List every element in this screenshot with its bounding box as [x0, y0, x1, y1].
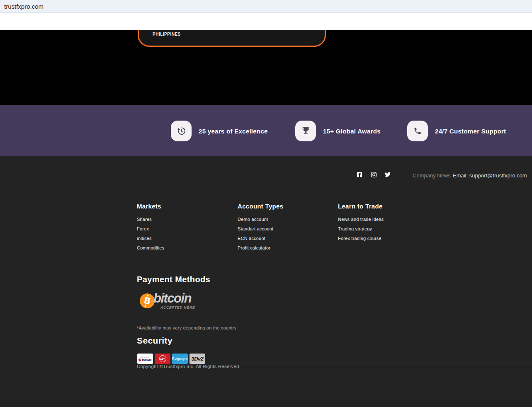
threedv2-badge: 3Dv2 [189, 354, 205, 364]
digisigner-icon: D [172, 357, 174, 360]
facebook-icon[interactable] [356, 171, 363, 178]
link-trading-strategy[interactable]: Trading strategy [338, 226, 433, 232]
social-row [356, 171, 391, 178]
thawte-badge: Secured by thawte [137, 354, 153, 364]
threedv2-label: 3Dv2 [191, 356, 203, 362]
browser-topbar: trustfxpro.com [0, 0, 532, 13]
link-forex-trading-course[interactable]: Forex trading course [338, 236, 433, 241]
history-icon [171, 121, 192, 141]
digisigner-label-bold: Digi [175, 357, 180, 360]
support-email-link[interactable]: Email: support@trustfxpro.com [453, 172, 527, 179]
footer: Company News Email: support@trustfxpro.c… [0, 156, 532, 407]
footer-column-account-types: Account Types Demo account Standart acco… [238, 203, 333, 255]
column-title: Markets [137, 203, 232, 210]
feature-excellence: 25 years of Excellence [171, 121, 268, 141]
feature-support: 24/7 Customer Support [407, 121, 506, 141]
link-forex[interactable]: Forex [137, 226, 232, 232]
country-label: PHILIPPINES [153, 32, 181, 36]
footer-divider [226, 367, 532, 367]
white-strip [0, 13, 532, 30]
hero-section: PHILIPPINES [0, 30, 532, 105]
availability-note: *Availability may vary depending on the … [137, 325, 236, 330]
footer-column-markets: Markets Shares Forex indices Commodities [137, 203, 232, 255]
bitcoin-logo: B bitcoin ACCEPTED HERE [140, 292, 189, 310]
feature-awards: 15+ Global Awards [295, 121, 381, 141]
bitcoin-symbol: B [143, 296, 151, 307]
footer-column-learn-to-trade: Learn to Trade News and trade ideas Trad… [338, 203, 433, 245]
age-18-label: 18+ [159, 355, 166, 362]
age-18-badge: 18+ [155, 354, 170, 364]
link-ecn-account[interactable]: ECN account [238, 236, 333, 241]
country-card: PHILIPPINES [138, 30, 326, 47]
features-band: 25 years of Excellence 15+ Global Awards… [0, 105, 532, 156]
security-badges: Secured by thawte 18+ D Digi Signer 3Dv2 [137, 354, 205, 364]
phone-icon [407, 121, 428, 141]
feature-label: 15+ Global Awards [323, 128, 381, 135]
feature-label: 25 years of Excellence [199, 128, 268, 135]
bitcoin-icon: B [140, 293, 155, 308]
digisigner-label-light: Signer [180, 357, 188, 360]
link-standart-account[interactable]: Standart account [238, 226, 333, 232]
link-shares[interactable]: Shares [137, 217, 232, 222]
company-news-link[interactable]: Company News [413, 172, 451, 179]
url-label: trustfxpro.com [4, 3, 44, 10]
column-title: Learn to Trade [338, 203, 433, 210]
link-news-trade-ideas[interactable]: News and trade ideas [338, 217, 433, 222]
security-title: Security [137, 336, 172, 346]
page: trustfxpro.com PHILIPPINES 25 years of E… [0, 0, 532, 407]
column-title: Account Types [238, 203, 333, 210]
payment-methods-title: Payment Methods [137, 275, 210, 284]
link-profit-calculator[interactable]: Profit calculator [238, 245, 333, 251]
digisigner-badge: D Digi Signer [172, 354, 188, 364]
link-commodities[interactable]: Commodities [137, 245, 232, 251]
thawte-label: thawte [142, 358, 152, 362]
link-indices[interactable]: indices [137, 236, 232, 241]
trophy-icon [295, 121, 316, 141]
instagram-icon[interactable] [370, 171, 377, 178]
feature-label: 24/7 Customer Support [435, 128, 506, 135]
bitcoin-wordmark: bitcoin [153, 291, 191, 306]
bitcoin-tagline: ACCEPTED HERE [160, 305, 189, 310]
twitter-icon[interactable] [384, 171, 391, 178]
thawte-logo-dot [138, 359, 141, 361]
link-demo-account[interactable]: Demo account [238, 217, 333, 222]
copyright-text: Copyright ©Trustfxpro Inc. All Rights Re… [137, 364, 240, 369]
